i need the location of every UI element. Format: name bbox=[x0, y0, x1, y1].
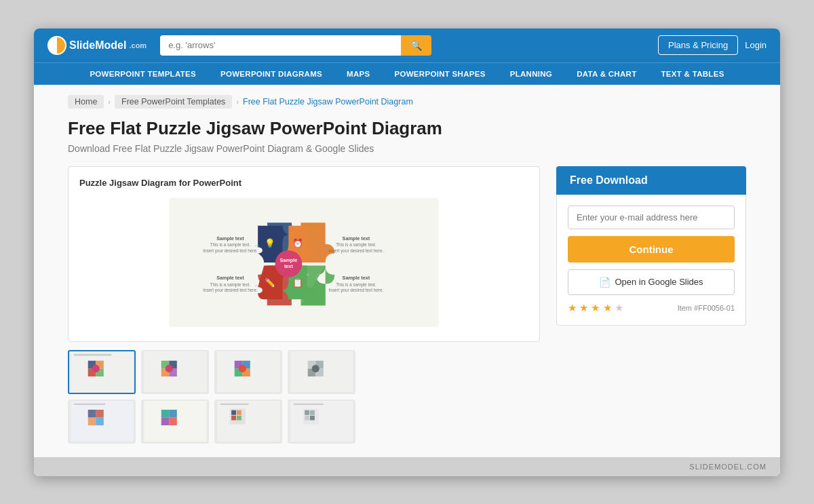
thumbnail-5[interactable] bbox=[68, 400, 136, 444]
search-button[interactable]: 🔍 bbox=[401, 35, 431, 56]
thumbnail-6[interactable] bbox=[141, 400, 209, 444]
star-2: ★ bbox=[579, 302, 588, 313]
nav-bar: POWERPOINT TEMPLATES POWERPOINT DIAGRAMS… bbox=[34, 62, 780, 85]
puzzle-diagram: 💡 ⏰ ✏️ bbox=[79, 195, 528, 330]
svg-text:Sample text: Sample text bbox=[343, 275, 370, 281]
content-area: Home › Free PowerPoint Templates › Free … bbox=[34, 85, 780, 457]
email-input[interactable] bbox=[568, 206, 735, 229]
svg-rect-40 bbox=[293, 404, 323, 405]
footer-bar: SLIDEMODEL.COM bbox=[34, 457, 780, 476]
preview-title: Puzzle Jigsaw Diagram for PowerPoint bbox=[79, 178, 528, 188]
svg-rect-39 bbox=[290, 401, 353, 442]
nav-item-data-chart[interactable]: DATA & CHART bbox=[564, 63, 648, 85]
svg-rect-37 bbox=[217, 401, 279, 442]
logo-text: SlideModel bbox=[69, 39, 126, 52]
search-input[interactable] bbox=[160, 35, 401, 56]
svg-text:Sample text: Sample text bbox=[216, 275, 244, 281]
svg-text:Insert your desired text here.: Insert your desired text here. bbox=[203, 288, 258, 293]
svg-rect-35 bbox=[73, 404, 104, 405]
logo[interactable]: SlideModel.com bbox=[47, 36, 147, 55]
svg-text:Sample text: Sample text bbox=[216, 235, 244, 241]
logo-tld: .com bbox=[129, 41, 147, 50]
star-rating: ★ ★ ★ ★ ★ bbox=[568, 302, 623, 314]
download-header: Free Download bbox=[556, 166, 746, 195]
nav-item-maps[interactable]: MAPS bbox=[334, 63, 382, 85]
nav-item-powerpoint-templates[interactable]: POWERPOINT TEMPLATES bbox=[77, 63, 208, 85]
svg-text:📋: 📋 bbox=[292, 277, 303, 288]
login-button[interactable]: Login bbox=[745, 40, 767, 50]
preview-box: Puzzle Jigsaw Diagram for PowerPoint bbox=[68, 166, 540, 342]
svg-text:This is a sample text.: This is a sample text. bbox=[210, 242, 251, 248]
svg-rect-26 bbox=[73, 354, 111, 356]
footer-brand: SLIDEMODEL.COM bbox=[689, 463, 767, 471]
svg-text:💡: 💡 bbox=[265, 237, 275, 248]
thumbnail-8[interactable] bbox=[288, 400, 355, 444]
svg-rect-38 bbox=[220, 404, 248, 405]
svg-text:Sample text: Sample text bbox=[343, 235, 370, 241]
thumbnail-row2 bbox=[68, 400, 540, 444]
browser-window: SlideModel.com 🔍 Plans & Pricing Login P… bbox=[34, 28, 780, 476]
breadcrumb-current: Free Flat Puzzle Jigsaw PowerPoint Diagr… bbox=[243, 97, 413, 106]
star-4: ★ bbox=[603, 302, 612, 313]
thumbnail-4[interactable] bbox=[288, 350, 355, 394]
svg-text:Insert your desired text here.: Insert your desired text here. bbox=[203, 248, 258, 253]
breadcrumb-sep1: › bbox=[108, 98, 111, 106]
plans-pricing-button[interactable]: Plans & Pricing bbox=[658, 35, 738, 55]
thumbnail-7[interactable] bbox=[214, 400, 282, 444]
svg-text:This is a sample text.: This is a sample text. bbox=[210, 282, 251, 288]
star-5: ★ bbox=[615, 302, 623, 313]
breadcrumb: Home › Free PowerPoint Templates › Free … bbox=[68, 95, 746, 109]
thumbnail-2[interactable] bbox=[141, 350, 209, 394]
nav-item-planning[interactable]: PLANNING bbox=[498, 63, 564, 85]
svg-text:This is a sample text.: This is a sample text. bbox=[336, 282, 376, 288]
svg-point-33 bbox=[311, 365, 319, 372]
header-right: Plans & Pricing Login bbox=[658, 35, 767, 55]
breadcrumb-sep2: › bbox=[236, 98, 239, 106]
google-slides-button[interactable]: 📄 Open in Google Slides bbox=[568, 269, 735, 295]
svg-text:This is a sample text.: This is a sample text. bbox=[336, 242, 376, 248]
continue-button[interactable]: Continue bbox=[568, 236, 735, 263]
svg-text:Sample: Sample bbox=[280, 257, 298, 263]
top-bar: SlideModel.com 🔍 Plans & Pricing Login bbox=[34, 28, 780, 62]
nav-item-powerpoint-shapes[interactable]: POWERPOINT SHAPES bbox=[382, 63, 497, 85]
nav-item-powerpoint-diagrams[interactable]: POWERPOINT DIAGRAMS bbox=[208, 63, 334, 85]
svg-text:Insert your desired text here.: Insert your desired text here. bbox=[329, 288, 384, 293]
svg-text:Insert your desired text here.: Insert your desired text here. bbox=[329, 248, 384, 253]
preview-section: Puzzle Jigsaw Diagram for PowerPoint bbox=[68, 166, 540, 444]
svg-point-27 bbox=[92, 365, 99, 372]
meta-row: ★ ★ ★ ★ ★ Item #FF0056-01 bbox=[568, 302, 735, 314]
download-body: Continue 📄 Open in Google Slides ★ ★ ★ ★… bbox=[556, 195, 746, 326]
search-container: 🔍 bbox=[160, 35, 431, 56]
star-3: ★ bbox=[591, 302, 600, 313]
download-panel: Free Download Continue 📄 Open in Google … bbox=[556, 166, 746, 326]
svg-text:text: text bbox=[284, 263, 293, 269]
breadcrumb-free[interactable]: Free PowerPoint Templates bbox=[115, 95, 232, 109]
svg-text:⏰: ⏰ bbox=[292, 237, 303, 248]
svg-point-29 bbox=[165, 365, 172, 372]
page-subtitle: Download Free Flat Puzzle Jigsaw PowerPo… bbox=[68, 143, 746, 154]
star-1: ★ bbox=[568, 302, 577, 313]
logo-icon bbox=[47, 36, 66, 55]
item-id: Item #FF0056-01 bbox=[678, 304, 735, 312]
main-layout: Puzzle Jigsaw Diagram for PowerPoint bbox=[68, 166, 746, 444]
google-slides-icon: 📄 bbox=[599, 277, 610, 288]
svg-text:✏️: ✏️ bbox=[265, 277, 275, 288]
breadcrumb-home[interactable]: Home bbox=[68, 95, 104, 109]
thumbnail-1[interactable] bbox=[68, 350, 136, 394]
google-slides-label: Open in Google Slides bbox=[615, 277, 703, 287]
thumbnail-3[interactable] bbox=[214, 350, 282, 394]
page-title: Free Flat Puzzle Jigsaw PowerPoint Diagr… bbox=[68, 118, 746, 139]
svg-point-31 bbox=[238, 365, 246, 372]
nav-item-text-tables[interactable]: TEXT & TABLES bbox=[648, 63, 736, 85]
thumbnail-row1 bbox=[68, 350, 540, 394]
